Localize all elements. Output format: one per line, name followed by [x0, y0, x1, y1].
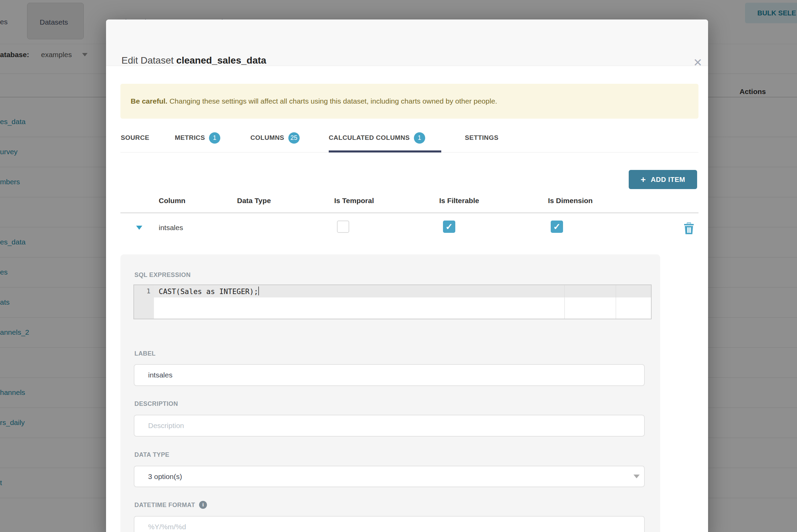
- add-item-button[interactable]: + ADD ITEM: [629, 170, 697, 189]
- modal-title: Edit Dataset cleaned_sales_data: [121, 55, 266, 66]
- data-type-value: 3 option(s): [148, 473, 182, 481]
- column-detail-panel: SQL EXPRESSION 1 CAST(Sales as INTEGER);…: [120, 254, 660, 532]
- metrics-count-badge: 1: [209, 132, 220, 144]
- tab-settings-label: SETTINGS: [465, 134, 498, 142]
- tab-columns[interactable]: COLUMNS25: [250, 132, 300, 143]
- sql-editor[interactable]: 1 CAST(Sales as INTEGER);: [133, 284, 652, 319]
- tab-columns-label: COLUMNS: [250, 134, 284, 142]
- tab-source-label: SOURCE: [121, 134, 149, 142]
- tab-calculated-columns-label: CALCULATED COLUMNS: [329, 134, 410, 142]
- label-field-label: LABEL: [134, 350, 156, 357]
- tab-source[interactable]: SOURCE: [121, 132, 149, 143]
- tab-calculated-columns[interactable]: CALCULATED COLUMNS1: [329, 132, 425, 143]
- tab-metrics[interactable]: METRICS1: [175, 132, 220, 143]
- add-item-label: ADD ITEM: [651, 176, 685, 184]
- column-header-is-temporal: Is Temporal: [334, 197, 374, 205]
- label-input[interactable]: intsales: [134, 364, 645, 386]
- data-type-select-caret-icon[interactable]: [633, 475, 640, 478]
- is-dimension-checkbox[interactable]: ✓: [551, 221, 563, 233]
- warning-banner-bold: Be careful.: [131, 97, 167, 105]
- info-icon[interactable]: i: [199, 501, 207, 509]
- modal-header: Edit Dataset cleaned_sales_data ✕: [106, 19, 708, 66]
- modal-title-prefix: Edit Dataset: [121, 55, 176, 66]
- sql-expression-label: SQL EXPRESSION: [134, 271, 191, 279]
- calculated-columns-count-badge: 1: [414, 132, 425, 144]
- edit-dataset-modal: Edit Dataset cleaned_sales_data ✕ Be car…: [106, 19, 708, 532]
- sql-code-text: CAST(Sales as INTEGER);: [159, 287, 259, 296]
- active-tab-underline: [329, 150, 441, 152]
- modal-title-dataset-name: cleaned_sales_data: [176, 55, 266, 66]
- expand-row-caret-icon[interactable]: [136, 226, 142, 230]
- editor-gutter: 1: [134, 285, 154, 319]
- warning-banner-text: Changing these settings will affect all …: [169, 97, 497, 105]
- datetime-format-field-label: DATETIME FORMAT: [134, 502, 195, 509]
- is-temporal-checkbox[interactable]: [337, 221, 349, 233]
- warning-banner: Be careful. Changing these settings will…: [120, 84, 698, 119]
- screen: es Datasets Saved Queries Query History …: [0, 0, 797, 532]
- description-placeholder: Description: [148, 422, 184, 430]
- tab-metrics-label: METRICS: [175, 134, 205, 142]
- editor-scroll-divider: [616, 285, 616, 319]
- datetime-format-placeholder: %Y/%m/%d: [148, 523, 186, 531]
- plus-icon: +: [641, 175, 646, 184]
- close-icon[interactable]: ✕: [688, 52, 708, 73]
- datetime-format-input[interactable]: %Y/%m/%d: [134, 516, 645, 532]
- text-cursor: [258, 287, 259, 295]
- tab-settings[interactable]: SETTINGS: [465, 132, 498, 143]
- editor-line-number: 1: [146, 287, 151, 295]
- column-header-is-dimension: Is Dimension: [548, 197, 593, 205]
- label-input-value: intsales: [148, 371, 172, 379]
- table-header-underline: [120, 212, 698, 213]
- editor-print-margin: [564, 285, 565, 319]
- description-input[interactable]: Description: [134, 415, 645, 437]
- column-header-is-filterable: Is Filterable: [439, 197, 479, 205]
- data-type-select[interactable]: 3 option(s): [134, 466, 645, 487]
- delete-column-trash-icon[interactable]: [683, 222, 694, 234]
- data-type-field-label: DATA TYPE: [134, 451, 169, 458]
- column-header-column: Column: [159, 197, 185, 205]
- description-field-label: DESCRIPTION: [134, 400, 178, 408]
- calculated-column-name: intsales: [159, 224, 183, 232]
- column-header-data-type: Data Type: [237, 197, 271, 205]
- columns-count-badge: 25: [288, 132, 300, 144]
- is-filterable-checkbox[interactable]: ✓: [443, 221, 455, 233]
